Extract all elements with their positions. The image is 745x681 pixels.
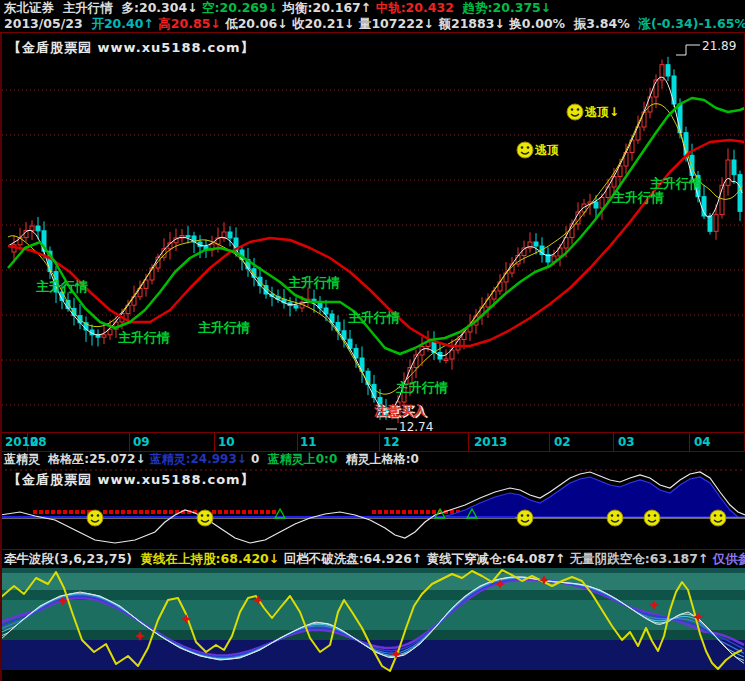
panel2-indicator-header: 蓝精灵 格格巫:25.072↓ 蓝精灵:24.993↓ 0 蓝精灵上0:0 精灵… <box>0 452 745 466</box>
indicator-readout-row: 东北证券 主升行情 多:20.304↓ 空:20.269↓ 均衡:20.167↑… <box>0 0 745 16</box>
axis-date-label: 10 <box>218 435 235 449</box>
smiley-marker-icon <box>710 510 726 526</box>
candles-layer <box>12 57 742 423</box>
blue-mountain-area <box>440 477 745 517</box>
panel3-readout: 黄线在上持股:68.420↓ <box>141 551 284 566</box>
trend-label: 主升行情 <box>198 320 250 335</box>
ohlc-readout: 换0.00% <box>509 16 574 31</box>
smiley-marker-icon <box>644 510 660 526</box>
smiley-marker-icon <box>517 142 533 158</box>
ohlc-readout: 额21883↓ <box>438 16 509 31</box>
sell-marker-label: 逃顶 <box>534 143 559 157</box>
stock-app-window: 东北证券 主升行情 多:20.304↓ 空:20.269↓ 均衡:20.167↑… <box>0 0 745 681</box>
trend-label: 主升行情 <box>288 275 340 290</box>
axis-tick <box>613 433 614 451</box>
smiley-marker-icon <box>197 510 213 526</box>
background-band <box>0 670 745 681</box>
axis-date-label: 2013 <box>474 435 507 449</box>
axis-date-label: 09 <box>133 435 150 449</box>
ohlc-readout: 收20.21↓ <box>292 16 359 31</box>
panel3-readout: 无量阴跌空仓:63.187↑ <box>570 551 713 566</box>
indicator-readout: 趋势:20.375↓ <box>463 0 556 15</box>
panel3-indicator-header: 牵牛波段(3,6,23,75) 黄线在上持股:68.420↓ 回档不破洗盘:64… <box>0 550 745 568</box>
ohlc-readout: 高20.85↓ <box>158 16 225 31</box>
axis-tick <box>214 433 215 451</box>
axis-date-label: 02 <box>554 435 571 449</box>
ohlc-readout-row: 2013/05/23 开20.40↑ 高20.85↓ 低20.06↓ 收20.2… <box>0 16 745 32</box>
indicator-readout: 中轨:20.432 <box>376 0 463 15</box>
high-tick <box>676 45 700 55</box>
axis-tick <box>549 433 550 451</box>
panel2-readout: 0 <box>251 452 268 466</box>
axis-tick <box>379 433 380 451</box>
panel3-readout: 牵牛波段(3,6,23,75) <box>4 551 141 566</box>
ohlc-readout: 涨(-0.34)-1.65% <box>638 16 745 31</box>
background-band <box>0 573 745 590</box>
panel3-wave-band-chart[interactable] <box>0 568 745 681</box>
low-price-label: 12.74 <box>399 420 433 433</box>
high-price-label: 21.89 <box>702 39 736 53</box>
panel2-readout: 格格巫:25.072↓ <box>48 452 149 466</box>
quote-header: 东北证券 主升行情 多:20.304↓ 空:20.269↓ 均衡:20.167↑… <box>0 0 745 33</box>
ohlc-readout: 开20.40↑ <box>91 16 158 31</box>
indicator-readout: 多:20.304↓ <box>121 0 202 15</box>
axis-date-label: 03 <box>618 435 635 449</box>
panel2-readout: 蓝精灵上0:0 <box>268 452 346 466</box>
ohlc-readout: 量107222↓ <box>359 16 439 31</box>
trend-label: 主升行情 <box>612 190 664 205</box>
panel3-canvas[interactable] <box>0 568 745 681</box>
panel2-readout: 精灵上格格:0 <box>346 452 423 466</box>
smiley-marker-icon <box>607 510 623 526</box>
axis-tick <box>129 433 130 451</box>
indicator-readout: 东北证券 <box>4 0 63 15</box>
smiley-marker-icon <box>87 510 103 526</box>
trend-label: 主升行情 <box>650 176 702 191</box>
trend-label: 主升行情 <box>36 279 88 294</box>
panel3-readout: 黄线下穿减仓:64.087↑ <box>427 551 570 566</box>
panel2-readout: 蓝精灵 <box>4 452 48 466</box>
indicator-readout: 均衡:20.167↑ <box>283 0 376 15</box>
panel2-canvas[interactable] <box>0 466 745 550</box>
axis-date-label: 08 <box>30 435 47 449</box>
trend-label: 主升行情 <box>348 310 400 325</box>
panel3-readout: 回档不破洗盘:64.926↑ <box>284 551 427 566</box>
axis-date-label: 11 <box>300 435 317 449</box>
panel2-readout: 蓝精灵:24.993↓ <box>150 452 251 466</box>
ohlc-readout: 2013/05/23 <box>4 16 91 31</box>
date-axis[interactable]: 201208091011122013020304 <box>0 433 745 452</box>
smiley-marker-icon <box>517 510 533 526</box>
indicator-readout: 空:20.269↓ <box>202 0 283 15</box>
axis-date-label: 12 <box>383 435 400 449</box>
axis-date-label: 04 <box>694 435 711 449</box>
ohlc-readout: 低20.06↓ <box>225 16 292 31</box>
buy-label: 注意买入 <box>374 403 427 418</box>
ohlc-readout: 振3.84% <box>574 16 639 31</box>
trend-label: 主升行情 <box>118 330 170 345</box>
trend-label: 主升行情 <box>396 380 448 395</box>
panel2-blue-elf-chart[interactable]: 【金盾股票园 www.xu5188.com】 <box>0 466 745 550</box>
background-band <box>0 590 745 600</box>
axis-tick <box>689 433 690 451</box>
axis-tick <box>297 433 298 451</box>
sell-marker-label: 逃顶↓ <box>584 105 619 119</box>
candlestick-canvas[interactable]: 主升行情主升行情主升行情主升行情主升行情主升行情主升行情主升行情注意买入注意买入… <box>0 33 745 433</box>
axis-tick <box>468 433 469 451</box>
panel-left-border <box>0 33 2 681</box>
panel3-readout: 仅供参考:62.309↑ <box>713 551 745 566</box>
main-candlestick-chart[interactable]: 【金盾股票园 www.xu5188.com】 主升行情主升行情主升行情主升行情主… <box>0 33 745 433</box>
indicator-readout: 主升行情 <box>63 0 122 15</box>
smiley-marker-icon <box>567 104 583 120</box>
background-band <box>0 568 745 573</box>
ma-line-white <box>8 77 742 412</box>
